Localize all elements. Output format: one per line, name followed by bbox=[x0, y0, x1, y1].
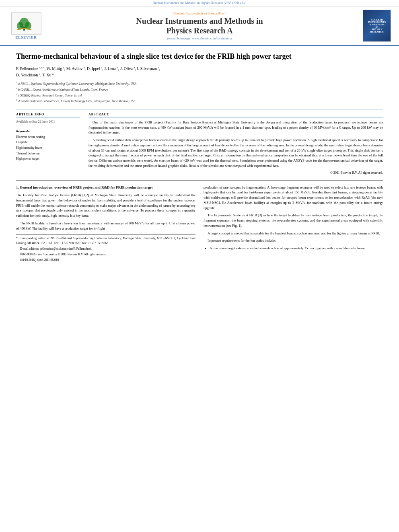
body-para-6: Important requirements for the ion optic… bbox=[204, 238, 383, 243]
main-content: Thermo-mechanical behaviour of a single … bbox=[0, 46, 399, 270]
sciencedirect-label: Contents lists available at ScienceDirec… bbox=[44, 12, 355, 15]
keyword-4: Thermal behaviour bbox=[16, 151, 80, 156]
authors-text: F. Pellemoine a,b,*, W. Mittig a, M. Avi… bbox=[16, 66, 160, 71]
elsevier-tree-icon bbox=[15, 14, 37, 33]
affiliation-d: d d Sandia National Laboratories, Fusion… bbox=[16, 98, 383, 104]
keyword-1: Electron beam heating bbox=[16, 134, 80, 140]
journal-citation: Nuclear Instruments and Methods in Physi… bbox=[153, 1, 247, 5]
abstract-panel: ABSTRACT One of the major challenges of … bbox=[88, 113, 383, 175]
journal-cover-image: NUCLEARINSTRUMENTS& METHODSINPHYSICSRESE… bbox=[363, 10, 391, 42]
elsevier-brand-text: ELSEVIER bbox=[15, 35, 37, 39]
elsevier-logo-section: ELSEVIER bbox=[8, 12, 44, 39]
footnote-license: 0168-9002/$ - see front matter © 2011 El… bbox=[16, 252, 195, 257]
affiliation-a: a a NSCL—National Superconducting Cyclot… bbox=[16, 81, 383, 86]
footnote-email: E-mail address: pellemoine@nscl.msu.edu … bbox=[16, 246, 195, 251]
abstract-para-2: A rotating solid carbon disk concept has… bbox=[88, 138, 383, 168]
journal-homepage: journal homepage: www.elsevier.com/locat… bbox=[44, 37, 355, 40]
body-col-right: production of rare isotopes by fragmenta… bbox=[204, 185, 383, 264]
keyword-2: Graphite bbox=[16, 140, 80, 145]
article-info-panel: ARTICLE INFO Available online 22 June 20… bbox=[16, 113, 80, 175]
affiliation-c: c c SOREQ Nuclear Research Center, Yavne… bbox=[16, 92, 383, 98]
journal-header-center: Contents lists available at ScienceDirec… bbox=[44, 12, 355, 40]
section-divider bbox=[16, 181, 383, 181]
journal-header: ELSEVIER Contents lists available at Sci… bbox=[0, 6, 399, 46]
journal-title: Nuclear Instruments and Methods in Physi… bbox=[44, 16, 355, 35]
keyword-5: High power target bbox=[16, 156, 80, 162]
affiliation-b: b b GANIL—Grand Accélérateur National d'… bbox=[16, 87, 383, 92]
keywords-label: Keywords: bbox=[16, 129, 80, 133]
footnote-section: * Corresponding author at: NSCL—National… bbox=[16, 234, 195, 262]
bullet-list: A maximum target extension in the beam-d… bbox=[210, 246, 383, 251]
journal-cover-section: NUCLEARINSTRUMENTS& METHODSINPHYSICSRESE… bbox=[355, 10, 391, 42]
cover-text: NUCLEARINSTRUMENTS& METHODSINPHYSICSRESE… bbox=[367, 18, 387, 34]
body-para-2: The FRIB facility is based on a heavy io… bbox=[16, 221, 195, 231]
abstract-copyright: © 2011 Elsevier B.V. All rights reserved… bbox=[88, 171, 383, 175]
body-para-4: The Experimental Systems at FRIB [3] inc… bbox=[204, 213, 383, 228]
body-para-3: production of rare isotopes by fragmenta… bbox=[204, 185, 383, 211]
journal-top-bar: Nuclear Instruments and Methods in Physi… bbox=[0, 0, 399, 6]
body-col-left: 1. General introduction: overview of FRI… bbox=[16, 185, 195, 264]
article-info-abstract-section: ARTICLE INFO Available online 22 June 20… bbox=[16, 109, 383, 175]
keyword-3: High intensity beam bbox=[16, 145, 80, 151]
body-columns: 1. General introduction: overview of FRI… bbox=[16, 185, 383, 264]
footnote-corresponding: * Corresponding author at: NSCL—National… bbox=[16, 236, 195, 245]
bullet-item-1: A maximum target extension in the beam-d… bbox=[210, 246, 383, 251]
sciencedirect-name[interactable]: ScienceDirect bbox=[208, 12, 226, 15]
authors-text-2: D. Youchison d, T. Xu a bbox=[16, 73, 53, 77]
elsevier-logo: ELSEVIER bbox=[8, 12, 44, 39]
article-info-heading: ARTICLE INFO bbox=[16, 113, 80, 117]
abstract-text: One of the major challenges of the FRIB … bbox=[88, 120, 383, 168]
homepage-url[interactable]: www.elsevier.com/locate/nima bbox=[192, 37, 232, 40]
article-title: Thermo-mechanical behaviour of a single … bbox=[16, 52, 383, 61]
body-para-1: The Facility for Rare Isotope Beams (FRI… bbox=[16, 193, 195, 218]
authors-line: F. Pellemoine a,b,*, W. Mittig a, M. Avi… bbox=[16, 65, 383, 78]
abstract-heading: ABSTRACT bbox=[88, 113, 383, 117]
elsevier-logo-box bbox=[11, 12, 41, 35]
affiliations: a a NSCL—National Superconducting Cyclot… bbox=[16, 81, 383, 104]
footnote-doi: doi:10.1016/j.nima.2011.06.010 bbox=[16, 258, 195, 262]
keywords-list: Electron beam heating Graphite High inte… bbox=[16, 134, 80, 162]
abstract-para-1: One of the major challenges of the FRIB … bbox=[88, 120, 383, 135]
section-1-heading: 1. General introduction: overview of FRI… bbox=[16, 185, 195, 191]
body-para-5: A target concept is needed that is suita… bbox=[204, 231, 383, 236]
available-online: Available online 22 June 2011 bbox=[16, 120, 80, 126]
